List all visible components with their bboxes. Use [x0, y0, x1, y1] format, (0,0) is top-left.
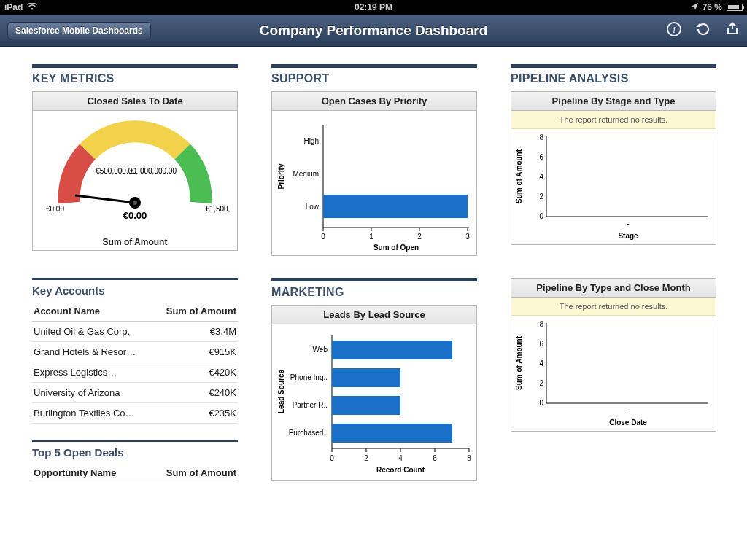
- section-key-metrics: KEY METRICS Closed Sales To Date €0.00 €…: [32, 64, 238, 256]
- open-cases-chart: 0 1 2 3 High Medium Low Sum of Open Prio…: [272, 111, 476, 253]
- svg-text:8: 8: [539, 320, 543, 328]
- dashboard-content: KEY METRICS Closed Sales To Date €0.00 €…: [0, 47, 747, 501]
- svg-text:€1,000,000.00: €1,000,000.00: [130, 167, 177, 175]
- section-title-key-accounts: Key Accounts: [32, 284, 238, 297]
- svg-text:Partner R..: Partner R..: [293, 401, 328, 409]
- col-sum-amount: Sum of Amount: [143, 463, 238, 483]
- svg-rect-23: [323, 195, 468, 218]
- section-key-accounts: Key Accounts Account Name Sum of Amount …: [32, 278, 238, 483]
- svg-text:0: 0: [539, 212, 543, 220]
- svg-text:Phone Inq..: Phone Inq..: [290, 373, 328, 381]
- col-opportunity-name: Opportunity Name: [32, 463, 143, 483]
- svg-text:6: 6: [433, 454, 437, 462]
- device-label: iPad: [4, 2, 23, 12]
- svg-text:Record Count: Record Count: [376, 466, 425, 474]
- svg-text:Lead Source: Lead Source: [277, 370, 285, 413]
- svg-text:High: High: [303, 137, 319, 145]
- top-deals-table: Opportunity Name Sum of Amount: [32, 463, 238, 483]
- section-pipeline-close: Pipeline By Type and Close Month The rep…: [511, 278, 716, 483]
- svg-text:Close Date: Close Date: [609, 419, 647, 427]
- no-results-banner: The report returned no results.: [511, 298, 716, 316]
- svg-text:8: 8: [467, 454, 471, 462]
- section-title-marketing: MARKETING: [271, 286, 477, 299]
- card-title: Pipeline By Type and Close Month: [511, 279, 716, 298]
- section-rule: [271, 278, 477, 281]
- wifi-icon: [27, 2, 37, 12]
- section-title-top-deals: Top 5 Open Deals: [32, 446, 238, 459]
- card-pipeline-stage[interactable]: Pipeline By Stage and Type The report re…: [511, 91, 716, 245]
- svg-rect-55: [332, 424, 452, 443]
- battery-icon: [727, 4, 743, 11]
- back-label: Salesforce Mobile Dashboards: [15, 26, 143, 36]
- svg-text:Sum of Amount: Sum of Amount: [515, 335, 523, 390]
- section-title-pipeline: PIPELINE ANALYSIS: [511, 72, 716, 85]
- svg-rect-54: [332, 396, 400, 415]
- location-icon: [691, 2, 698, 12]
- app-navbar: Salesforce Mobile Dashboards Company Per…: [0, 15, 747, 47]
- svg-text:€0.00: €0.00: [123, 210, 147, 221]
- svg-text:2: 2: [539, 379, 543, 387]
- svg-text:Web: Web: [313, 346, 328, 354]
- svg-text:6: 6: [539, 153, 543, 161]
- pipeline-stage-chart: 0 2 4 6 8 - Stage Sum of Amount: [511, 129, 716, 242]
- svg-text:-: -: [627, 219, 629, 228]
- section-pipeline-analysis: PIPELINE ANALYSIS Pipeline By Stage and …: [511, 64, 716, 256]
- back-button[interactable]: Salesforce Mobile Dashboards: [7, 22, 151, 39]
- table-row[interactable]: University of Arizona€240K: [32, 383, 238, 403]
- svg-text:4: 4: [539, 173, 543, 181]
- section-title-support: SUPPORT: [271, 72, 477, 85]
- col-sum-amount: Sum of Amount: [153, 301, 238, 322]
- svg-text:Sum of Open: Sum of Open: [374, 244, 419, 252]
- svg-text:Sum of Amount: Sum of Amount: [515, 149, 523, 203]
- refresh-icon[interactable]: [696, 22, 711, 39]
- section-rule: [511, 64, 716, 68]
- svg-rect-52: [332, 341, 452, 359]
- svg-text:0: 0: [539, 399, 543, 407]
- col-account-name: Account Name: [32, 301, 153, 322]
- svg-text:Stage: Stage: [618, 232, 638, 240]
- section-rule: [271, 64, 477, 68]
- svg-text:3: 3: [465, 233, 470, 241]
- gauge-chart: €0.00 €500,000.00 €1,000,000.00 €1,500,0…: [40, 115, 230, 232]
- table-row[interactable]: Grand Hotels & Resor…€915K: [32, 342, 238, 362]
- gauge-caption: Sum of Amount: [33, 237, 237, 247]
- pipeline-close-chart: 0 2 4 6 8 - Close Date Sum of Amount: [511, 316, 716, 429]
- svg-text:4: 4: [398, 454, 403, 462]
- card-closed-sales[interactable]: Closed Sales To Date €0.00 €500,000.00 €…: [32, 91, 238, 251]
- section-support: SUPPORT Open Cases By Priority 0 1: [271, 64, 477, 256]
- info-icon[interactable]: i: [667, 22, 681, 39]
- table-row[interactable]: Burlington Textiles Co…€235K: [32, 403, 238, 424]
- svg-text:Priority: Priority: [277, 163, 285, 189]
- battery-pct: 76 %: [703, 2, 722, 12]
- svg-text:Low: Low: [306, 203, 320, 211]
- svg-text:2: 2: [364, 454, 368, 462]
- card-title: Leads By Lead Source: [272, 306, 476, 324]
- section-rule: [32, 440, 238, 442]
- section-rule: [32, 64, 238, 68]
- table-row[interactable]: United Oil & Gas Corp.€3.4M: [32, 322, 238, 342]
- card-title: Open Cases By Priority: [272, 92, 476, 111]
- ios-status-bar: iPad 02:19 PM 76 %: [0, 0, 747, 15]
- table-row[interactable]: Express Logistics…€420K: [32, 362, 238, 383]
- svg-point-8: [133, 201, 137, 205]
- share-icon[interactable]: [725, 22, 740, 39]
- card-title: Pipeline By Stage and Type: [511, 92, 716, 111]
- svg-text:6: 6: [539, 340, 543, 348]
- svg-text:1: 1: [369, 233, 374, 241]
- svg-text:2: 2: [539, 192, 543, 201]
- section-title-key-metrics: KEY METRICS: [32, 72, 238, 85]
- section-rule: [32, 278, 238, 280]
- card-open-cases[interactable]: Open Cases By Priority 0 1 2: [271, 91, 477, 256]
- svg-text:Medium: Medium: [293, 170, 319, 178]
- svg-text:-: -: [627, 406, 629, 414]
- svg-text:i: i: [673, 24, 676, 35]
- card-leads[interactable]: Leads By Lead Source 0 2 4: [271, 305, 477, 481]
- section-marketing: MARKETING Leads By Lead Source 0: [271, 278, 477, 483]
- card-title: Closed Sales To Date: [33, 92, 237, 111]
- svg-rect-53: [332, 368, 400, 387]
- svg-text:€0.00: €0.00: [46, 205, 64, 213]
- card-pipeline-close[interactable]: Pipeline By Type and Close Month The rep…: [511, 278, 716, 432]
- svg-text:4: 4: [539, 359, 543, 368]
- status-time: 02:19 PM: [355, 2, 392, 12]
- no-results-banner: The report returned no results.: [511, 111, 716, 129]
